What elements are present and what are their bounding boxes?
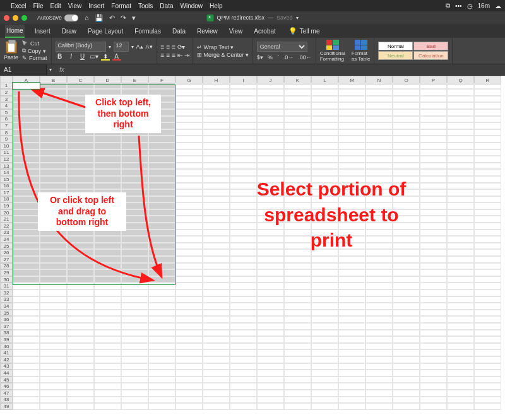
- font-name-select[interactable]: Calibri (Body): [56, 42, 106, 52]
- menu-window[interactable]: Window: [180, 3, 203, 9]
- italic-button[interactable]: I: [67, 53, 76, 60]
- name-box-dropdown-icon[interactable]: ▾: [47, 67, 54, 73]
- align-top-icon[interactable]: ≡: [161, 44, 164, 50]
- fx-icon[interactable]: fx: [54, 66, 69, 73]
- clock-icon: ◷: [467, 3, 473, 9]
- mac-menubar: Excel File Edit View Insert Format Tools…: [0, 0, 505, 11]
- increase-indent-icon[interactable]: ⇥: [184, 52, 189, 59]
- format-painter-button[interactable]: ✎Format: [22, 55, 47, 61]
- undo-icon[interactable]: ↶: [109, 14, 115, 22]
- cell[interactable]: [13, 83, 40, 90]
- orientation-icon[interactable]: ⟳▾: [177, 44, 184, 50]
- window-titlebar: AutoSave ⌂ 💾 ↶ ↷ ▾ QPM redirects.xlsx — …: [0, 11, 505, 24]
- traffic-lights: [4, 15, 27, 21]
- annotation-big: Select portion of spreadsheet to print: [249, 177, 413, 254]
- menu-excel[interactable]: Excel: [11, 3, 26, 9]
- conditional-formatting-button[interactable]: Conditional Formatting: [320, 40, 345, 62]
- merge-center-button[interactable]: ⊞ Merge & Center ▾: [197, 52, 249, 58]
- name-box[interactable]: A1: [0, 64, 47, 75]
- save-icon[interactable]: 💾: [95, 14, 104, 22]
- menu-help[interactable]: Help: [210, 3, 223, 9]
- style-neutral[interactable]: Neutral: [378, 51, 413, 60]
- ribbon: Paste Cut ⧉Copy ▾ ✎Format Calibri (Body)…: [0, 38, 505, 64]
- align-right-icon[interactable]: ≡: [172, 52, 175, 59]
- wrap-text-button[interactable]: ↵ Wrap Text ▾: [197, 44, 249, 50]
- scissors-icon: [22, 40, 28, 47]
- tab-draw[interactable]: Draw: [61, 25, 78, 37]
- tab-insert[interactable]: Insert: [33, 25, 52, 37]
- font-size-select[interactable]: 12: [114, 42, 129, 52]
- menu-edit[interactable]: Edit: [50, 3, 61, 9]
- align-bottom-icon[interactable]: ≡: [172, 44, 175, 50]
- menu-tools[interactable]: Tools: [138, 3, 153, 9]
- status-dots-icon[interactable]: •••: [455, 3, 462, 9]
- svg-line-0: [33, 90, 85, 107]
- save-status: Saved: [276, 15, 293, 21]
- paintbrush-icon: ✎: [22, 55, 27, 61]
- close-window-button[interactable]: [4, 15, 9, 21]
- document-title: QPM redirects.xlsx: [217, 15, 264, 21]
- menu-format[interactable]: Format: [111, 3, 131, 9]
- cloud-icon[interactable]: ☁: [495, 3, 501, 9]
- excel-file-icon: [206, 15, 213, 21]
- conditional-formatting-icon: [326, 40, 339, 50]
- format-as-table-button[interactable]: Format as Table: [352, 40, 371, 62]
- border-button[interactable]: ▭▾: [90, 53, 98, 60]
- paste-label: Paste: [4, 54, 18, 61]
- copy-icon: ⧉: [22, 47, 26, 54]
- title-separator: —: [268, 15, 273, 21]
- menu-insert[interactable]: Insert: [88, 3, 104, 9]
- increase-font-icon[interactable]: A▴: [136, 44, 143, 50]
- table-icon: [355, 40, 367, 50]
- cut-button[interactable]: Cut: [22, 40, 47, 47]
- menu-view[interactable]: View: [68, 3, 82, 9]
- time-remaining: 16m: [478, 3, 490, 9]
- currency-button[interactable]: $▾: [257, 54, 263, 61]
- autosave-toggle[interactable]: [64, 15, 78, 21]
- cell-styles-gallery[interactable]: Normal Bad Neutral Calculation: [378, 42, 448, 60]
- tab-formulas[interactable]: Formulas: [133, 25, 162, 37]
- qat-more-icon[interactable]: ▾: [132, 14, 136, 22]
- decrease-decimal-button[interactable]: .00←: [298, 54, 312, 61]
- tab-review[interactable]: Review: [196, 25, 219, 37]
- comma-button[interactable]: ʼ: [277, 54, 279, 61]
- number-format-select[interactable]: General: [257, 42, 307, 52]
- tab-data[interactable]: Data: [171, 25, 187, 37]
- menu-file[interactable]: File: [33, 3, 43, 9]
- minimize-window-button[interactable]: [13, 15, 18, 21]
- tab-home[interactable]: Home: [5, 25, 25, 38]
- fullscreen-window-button[interactable]: [21, 15, 27, 21]
- dropbox-icon[interactable]: ⧉: [446, 2, 450, 9]
- copy-button[interactable]: ⧉Copy ▾: [22, 47, 47, 54]
- bulb-icon: 💡: [288, 27, 297, 35]
- tab-view[interactable]: View: [228, 25, 244, 37]
- ribbon-tabs: Home Insert Draw Page Layout Formulas Da…: [0, 24, 505, 38]
- sheet-area: ABCDEFGHIJKLMNOPQR1234567891011121314151…: [0, 76, 505, 420]
- tell-me-button[interactable]: Tell me: [300, 28, 320, 35]
- decrease-indent-icon[interactable]: ⇤: [177, 52, 182, 59]
- paste-button[interactable]: Paste: [4, 41, 18, 61]
- autosave-label: AutoSave: [37, 15, 62, 21]
- formula-input[interactable]: [69, 64, 505, 75]
- font-color-button[interactable]: A: [112, 53, 121, 60]
- bold-button[interactable]: B: [56, 53, 64, 60]
- align-middle-icon[interactable]: ≡: [166, 44, 169, 50]
- style-bad[interactable]: Bad: [413, 42, 448, 50]
- style-calculation[interactable]: Calculation: [413, 51, 448, 60]
- clipboard-icon: [6, 41, 17, 54]
- underline-button[interactable]: U: [78, 53, 87, 60]
- align-center-icon[interactable]: ≡: [166, 52, 169, 59]
- style-normal[interactable]: Normal: [378, 42, 413, 50]
- tab-page-layout[interactable]: Page Layout: [86, 25, 124, 37]
- tab-acrobat[interactable]: Acrobat: [252, 25, 276, 37]
- align-left-icon[interactable]: ≡: [161, 52, 164, 59]
- fill-color-button[interactable]: ⬍: [101, 53, 110, 60]
- increase-decimal-button[interactable]: .0→: [283, 54, 294, 61]
- redo-icon[interactable]: ↷: [121, 14, 126, 22]
- decrease-font-icon[interactable]: A▾: [146, 44, 153, 50]
- percent-button[interactable]: %: [268, 54, 273, 61]
- home-icon[interactable]: ⌂: [85, 14, 89, 22]
- formula-bar: A1 ▾ fx: [0, 64, 505, 76]
- title-dropdown-icon[interactable]: ▾: [296, 15, 299, 21]
- menu-data[interactable]: Data: [160, 3, 173, 9]
